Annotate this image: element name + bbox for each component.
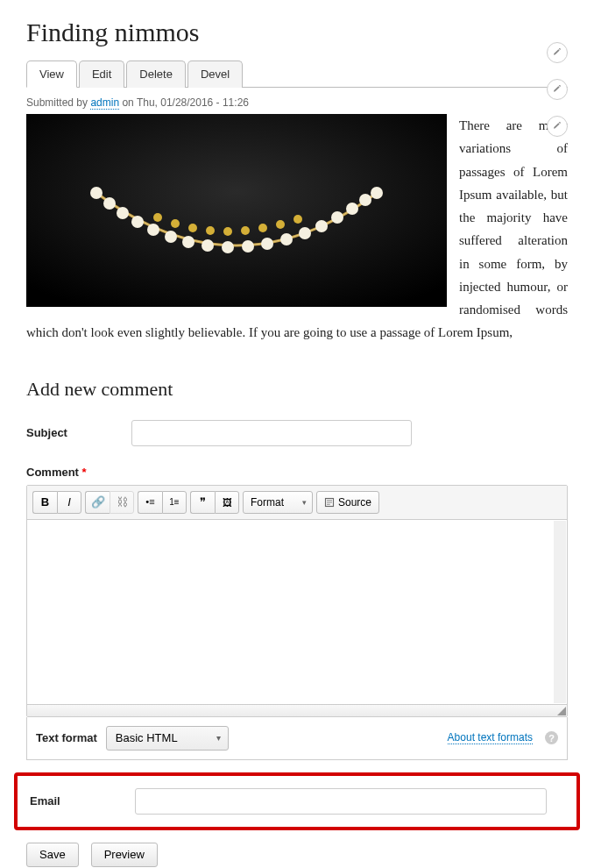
add-comment-heading: Add new comment bbox=[26, 378, 568, 401]
source-label: Source bbox=[338, 496, 371, 509]
toolbar-group-block: ❞ 🖼 bbox=[190, 491, 239, 514]
svg-point-22 bbox=[206, 226, 215, 235]
comment-label-text: Comment bbox=[26, 466, 79, 479]
save-button[interactable]: Save bbox=[26, 843, 79, 867]
bold-icon: B bbox=[41, 495, 49, 509]
svg-point-24 bbox=[241, 226, 250, 235]
text-format-label: Text format bbox=[36, 731, 97, 744]
necklace-image-icon bbox=[26, 114, 447, 307]
submitted-prefix: Submitted by bbox=[26, 96, 90, 109]
bullet-list-icon: ⦁≡ bbox=[145, 496, 154, 508]
toolbar-group-list: ⦁≡ 1≡ bbox=[138, 491, 187, 514]
svg-point-3 bbox=[117, 207, 129, 219]
toolbar-group-text: B I bbox=[32, 491, 81, 514]
contextual-edit-icons bbox=[547, 42, 568, 137]
svg-point-6 bbox=[165, 231, 177, 243]
italic-icon: I bbox=[67, 495, 71, 509]
format-dropdown[interactable]: Format bbox=[243, 491, 313, 514]
source-icon bbox=[324, 497, 335, 508]
tab-view[interactable]: View bbox=[26, 60, 77, 88]
svg-point-7 bbox=[182, 236, 194, 248]
page-title: Finding nimmos bbox=[26, 18, 568, 47]
comment-label-row: Comment * bbox=[26, 464, 568, 480]
svg-point-18 bbox=[371, 187, 383, 199]
unlink-button[interactable]: ⛓ bbox=[110, 491, 134, 514]
svg-point-27 bbox=[293, 215, 302, 224]
text-format-select[interactable]: Basic HTML bbox=[106, 726, 229, 751]
unlink-icon: ⛓ bbox=[117, 495, 128, 509]
svg-point-5 bbox=[147, 224, 159, 236]
svg-point-10 bbox=[242, 240, 254, 253]
edit-icon-button-2[interactable] bbox=[547, 79, 568, 100]
svg-point-17 bbox=[359, 194, 371, 206]
submitted-date: Thu, 01/28/2016 - 11:26 bbox=[137, 96, 249, 109]
svg-point-25 bbox=[258, 224, 267, 232]
article-body-wrap: There are many variations of passages of… bbox=[26, 114, 568, 345]
editor-textarea[interactable] bbox=[27, 520, 567, 704]
bullet-list-button[interactable]: ⦁≡ bbox=[138, 491, 162, 514]
text-format-bar: Text format Basic HTML About text format… bbox=[26, 717, 568, 760]
subject-label: Subject bbox=[26, 426, 131, 439]
svg-point-16 bbox=[346, 203, 358, 215]
image-icon: 🖼 bbox=[223, 497, 232, 508]
tab-devel[interactable]: Devel bbox=[187, 60, 243, 88]
pencil-icon bbox=[553, 85, 562, 95]
tab-delete[interactable]: Delete bbox=[126, 60, 186, 88]
editor-footer bbox=[27, 704, 567, 716]
author-link[interactable]: admin bbox=[90, 96, 119, 110]
svg-point-12 bbox=[280, 233, 293, 245]
email-label: Email bbox=[30, 794, 135, 808]
blockquote-button[interactable]: ❞ bbox=[190, 491, 215, 514]
svg-point-11 bbox=[261, 238, 273, 250]
pencil-icon bbox=[553, 122, 562, 132]
preview-button[interactable]: Preview bbox=[91, 843, 158, 867]
editor-toolbar: B I 🔗 ⛓ ⦁≡ 1≡ ❞ 🖼 Format Source bbox=[27, 486, 567, 520]
submitted-meta: Submitted by admin on Thu, 01/28/2016 - … bbox=[26, 96, 568, 109]
link-icon: 🔗 bbox=[91, 495, 105, 509]
svg-point-23 bbox=[223, 227, 232, 236]
primary-tabs: View Edit Delete Devel bbox=[26, 60, 568, 88]
svg-point-21 bbox=[188, 224, 197, 232]
subject-row: Subject bbox=[26, 420, 568, 446]
link-button[interactable]: 🔗 bbox=[85, 491, 110, 514]
number-list-icon: 1≡ bbox=[169, 497, 179, 507]
format-dropdown-label: Format bbox=[251, 496, 284, 509]
tab-edit[interactable]: Edit bbox=[79, 60, 124, 88]
required-mark: * bbox=[82, 466, 87, 479]
svg-point-13 bbox=[299, 227, 311, 239]
quote-icon: ❞ bbox=[200, 495, 206, 509]
text-format-value: Basic HTML bbox=[116, 731, 178, 744]
resize-handle-icon[interactable] bbox=[557, 707, 566, 715]
rich-text-editor: B I 🔗 ⛓ ⦁≡ 1≡ ❞ 🖼 Format Source bbox=[26, 485, 568, 717]
comment-label: Comment * bbox=[26, 466, 87, 479]
svg-point-8 bbox=[202, 239, 214, 252]
svg-point-15 bbox=[331, 211, 343, 224]
subject-input[interactable] bbox=[131, 420, 412, 446]
pencil-icon bbox=[553, 48, 562, 58]
source-button[interactable]: Source bbox=[316, 491, 379, 514]
editor-scrollbar[interactable] bbox=[554, 521, 566, 703]
edit-icon-button-1[interactable] bbox=[547, 42, 568, 63]
svg-point-19 bbox=[153, 213, 162, 222]
italic-button[interactable]: I bbox=[57, 491, 81, 514]
email-input[interactable] bbox=[135, 788, 547, 815]
email-highlight-box: Email bbox=[14, 772, 580, 830]
date-prefix: on bbox=[119, 96, 137, 109]
svg-point-2 bbox=[103, 197, 116, 210]
svg-point-1 bbox=[90, 187, 103, 199]
article-image bbox=[26, 114, 447, 307]
form-actions: Save Preview bbox=[26, 843, 568, 867]
svg-point-26 bbox=[276, 220, 285, 229]
about-text-formats-link[interactable]: About text formats bbox=[448, 731, 533, 744]
svg-point-14 bbox=[315, 220, 328, 232]
svg-rect-0 bbox=[26, 114, 447, 307]
svg-point-20 bbox=[171, 219, 180, 228]
page-container: Finding nimmos View Edit Delete Devel Su… bbox=[0, 0, 594, 868]
help-icon[interactable]: ? bbox=[545, 731, 558, 744]
toolbar-group-link: 🔗 ⛓ bbox=[85, 491, 134, 514]
number-list-button[interactable]: 1≡ bbox=[162, 491, 187, 514]
image-button[interactable]: 🖼 bbox=[215, 491, 239, 514]
bold-button[interactable]: B bbox=[32, 491, 57, 514]
edit-icon-button-3[interactable] bbox=[547, 116, 568, 137]
svg-point-9 bbox=[222, 241, 234, 253]
